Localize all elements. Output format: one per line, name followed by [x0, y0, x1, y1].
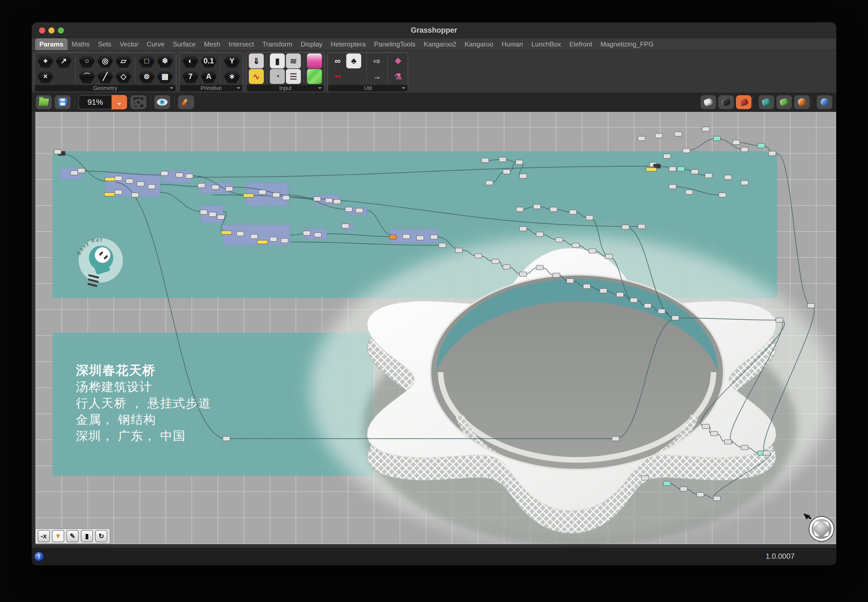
box-icon[interactable]: □: [138, 54, 155, 68]
graph-node[interactable]: [303, 231, 310, 235]
graph-node[interactable]: [237, 232, 244, 236]
graph-node[interactable]: [567, 279, 574, 283]
graph-node[interactable]: [54, 149, 61, 154]
graph-node[interactable]: [672, 316, 679, 320]
tab-vector[interactable]: Vector: [115, 38, 143, 50]
graph-node[interactable]: [342, 224, 349, 228]
preview-off-button[interactable]: [701, 95, 716, 109]
graph-node[interactable]: [630, 298, 638, 303]
boolean-icon[interactable]: ◐: [182, 54, 199, 68]
relay-arrow-outline-icon[interactable]: ⇨: [370, 54, 385, 68]
graph-node[interactable]: [612, 436, 619, 441]
graph-node[interactable]: [622, 225, 629, 229]
integer-icon[interactable]: 7: [182, 69, 199, 84]
save-file-button[interactable]: [55, 95, 71, 109]
graph-node[interactable]: [148, 184, 155, 189]
graph-node[interactable]: [417, 236, 424, 240]
graph-node[interactable]: [733, 140, 740, 144]
graph-node[interactable]: [644, 304, 651, 308]
graph-node[interactable]: [691, 169, 698, 174]
zoom-dropdown-button[interactable]: ⌄: [112, 95, 127, 109]
preview-eye-button[interactable]: [154, 95, 170, 109]
preview-blue-sphere-button[interactable]: [817, 95, 832, 109]
preview-green-button[interactable]: [776, 95, 792, 109]
graph-node[interactable]: [616, 292, 624, 297]
graph-node[interactable]: [807, 304, 814, 308]
surface-icon[interactable]: ▦: [156, 69, 173, 84]
tab-heteroptera[interactable]: Heteroptera: [327, 38, 370, 50]
graph-node[interactable]: [768, 151, 776, 156]
tab-display[interactable]: Display: [296, 38, 327, 50]
graph-node[interactable]: [345, 207, 352, 212]
cross-icon[interactable]: ×: [37, 69, 54, 84]
graph-node[interactable]: [683, 148, 690, 153]
graph-node[interactable]: [677, 167, 684, 171]
graph-node[interactable]: [225, 187, 233, 191]
trackball-widget[interactable]: [801, 508, 836, 544]
graph-node[interactable]: [105, 178, 115, 181]
graph-node[interactable]: [605, 254, 612, 259]
graph-node[interactable]: [664, 154, 671, 158]
group-more-arrow-icon[interactable]: ⏷: [402, 85, 405, 91]
graph-node[interactable]: [482, 158, 489, 163]
graph-node[interactable]: [486, 181, 493, 185]
graph-node[interactable]: [675, 132, 682, 136]
graph-node[interactable]: [641, 476, 649, 480]
graph-node[interactable]: [536, 232, 543, 236]
preview-shaded-button[interactable]: [736, 95, 751, 109]
graph-node[interactable]: [536, 265, 543, 270]
node-graph[interactable]: [35, 112, 836, 544]
graph-node[interactable]: [664, 481, 671, 486]
graph-node[interactable]: [223, 436, 230, 441]
tab-params[interactable]: Params: [35, 38, 67, 50]
graph-node[interactable]: [658, 309, 665, 313]
graph-node[interactable]: [763, 451, 770, 455]
graph-node[interactable]: [314, 233, 321, 237]
graph-node[interactable]: [78, 168, 85, 173]
graph-node[interactable]: [137, 182, 144, 186]
graph-node[interactable]: [198, 183, 205, 188]
graph-node[interactable]: [270, 237, 277, 241]
alert-icon[interactable]: !: [34, 551, 44, 562]
graph-node[interactable]: [356, 208, 363, 213]
graph-node[interactable]: [702, 127, 709, 131]
number-icon[interactable]: 0.1: [200, 54, 217, 68]
graph-node[interactable]: [126, 179, 133, 183]
tab-maths[interactable]: Maths: [67, 38, 94, 50]
graph-node[interactable]: [713, 496, 721, 501]
construct-point-icon[interactable]: ⌖: [37, 54, 54, 68]
graph-node[interactable]: [282, 195, 290, 200]
knob-icon[interactable]: ◔: [270, 69, 285, 84]
cylinder-icon[interactable]: ⊚: [138, 69, 155, 84]
graph-node[interactable]: [697, 492, 704, 497]
vector-icon[interactable]: ↗: [55, 54, 72, 68]
graph-node[interactable]: [455, 248, 463, 253]
graph-node[interactable]: [71, 170, 78, 175]
graph-node[interactable]: [176, 173, 183, 177]
text-icon[interactable]: A: [200, 69, 217, 84]
graph-node[interactable]: [325, 198, 333, 203]
tab-surface[interactable]: Surface: [169, 38, 200, 50]
graph-node[interactable]: [439, 243, 446, 247]
graph-node[interactable]: [132, 193, 139, 197]
graph-node[interactable]: [503, 169, 510, 174]
graph-node[interactable]: [403, 234, 410, 239]
graph-node[interactable]: [520, 174, 527, 178]
graph-node[interactable]: [741, 147, 748, 152]
sketch-pen-button[interactable]: [178, 95, 194, 109]
preview-halfsphere-button[interactable]: [794, 95, 810, 109]
graph-node[interactable]: [702, 424, 709, 428]
graph-node[interactable]: [669, 167, 676, 171]
preview-wireframe-button[interactable]: [718, 95, 734, 109]
canvas[interactable]: Easy Ref 深圳春花天桥汤桦建筑设计行人天桥 ， 悬挂式步道金属， 钢结构…: [35, 112, 836, 544]
graph-node[interactable]: [221, 231, 232, 235]
arc-icon[interactable]: ⌒: [78, 69, 95, 84]
graph-node[interactable]: [273, 193, 280, 197]
graph-node[interactable]: [669, 184, 676, 189]
graph-node[interactable]: [217, 215, 224, 219]
graph-node[interactable]: [520, 272, 527, 276]
graph-node[interactable]: [516, 160, 523, 164]
graph-node[interactable]: [257, 240, 268, 244]
graph-node[interactable]: [209, 212, 216, 217]
graph-node[interactable]: [492, 259, 499, 264]
